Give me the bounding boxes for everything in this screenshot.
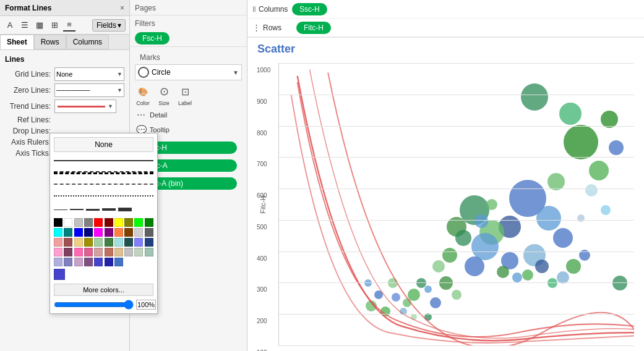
line-style-dash2[interactable] bbox=[54, 179, 153, 189]
color-swatch[interactable] bbox=[94, 238, 103, 247]
scatter-bubble bbox=[465, 256, 484, 276]
dash-line-preview-2 bbox=[54, 184, 153, 185]
color-swatch[interactable] bbox=[124, 248, 133, 256]
axis-rulers-label: Axis Rulers: bbox=[5, 138, 54, 146]
trend-lines-preview[interactable]: ▼ bbox=[54, 99, 116, 113]
thickness-3[interactable] bbox=[86, 205, 100, 214]
tab-sheet[interactable]: Sheet bbox=[0, 35, 34, 49]
color-swatch[interactable] bbox=[74, 228, 83, 237]
color-swatch[interactable] bbox=[145, 238, 153, 247]
tab-rows[interactable]: Rows bbox=[34, 35, 66, 49]
scatter-bubble bbox=[547, 173, 565, 190]
color-swatch[interactable] bbox=[64, 258, 72, 266]
color-swatch[interactable] bbox=[54, 258, 62, 266]
color-swatch[interactable] bbox=[84, 238, 93, 247]
filter-fsc-h[interactable]: Fsc-H bbox=[135, 32, 170, 44]
scatter-bubble bbox=[380, 307, 390, 316]
fields-button[interactable]: Fields ▾ bbox=[92, 19, 126, 32]
color-swatch[interactable] bbox=[64, 248, 72, 256]
rows-value-pill[interactable]: Fitc-H bbox=[296, 22, 331, 34]
rows-icon: ⋮ bbox=[252, 23, 260, 32]
y-tick-label: 700 bbox=[257, 161, 267, 167]
color-swatch[interactable] bbox=[105, 248, 113, 256]
scatter-bubble bbox=[374, 290, 383, 299]
color-swatch[interactable] bbox=[124, 218, 133, 227]
mark-btn-label[interactable]: ⊡ Label bbox=[177, 84, 193, 106]
color-swatch[interactable] bbox=[64, 228, 72, 237]
color-swatch[interactable] bbox=[74, 218, 83, 227]
color-swatch[interactable] bbox=[84, 218, 93, 227]
size-btn-icon: ⊙ bbox=[156, 84, 172, 99]
color-swatch[interactable] bbox=[54, 248, 62, 256]
tab-columns[interactable]: Columns bbox=[66, 35, 109, 49]
color-swatch[interactable] bbox=[105, 238, 113, 247]
color-swatch[interactable] bbox=[114, 238, 123, 247]
color-swatch[interactable] bbox=[124, 238, 133, 247]
color-swatch[interactable] bbox=[54, 228, 62, 237]
thickness-1[interactable] bbox=[54, 205, 67, 214]
chart-area: Fitc-H 1000900800700600500400300200100 bbox=[247, 58, 644, 351]
chart-panel: ⫴ Columns Ssc-H ⋮ Rows Fitc-H Scatter Fi… bbox=[247, 0, 644, 351]
columns-value-pill[interactable]: Ssc-H bbox=[292, 3, 327, 15]
close-icon[interactable]: × bbox=[120, 4, 124, 12]
thickness-5[interactable] bbox=[118, 205, 132, 214]
color-swatch[interactable] bbox=[94, 258, 103, 266]
thickness-2-preview bbox=[70, 209, 84, 210]
color-swatch[interactable] bbox=[94, 218, 103, 227]
marks-type-label: Circle bbox=[152, 68, 230, 77]
zero-lines-select[interactable]: ─────── bbox=[54, 83, 124, 97]
color-swatch[interactable] bbox=[105, 228, 113, 237]
row-lines-icon[interactable]: ☰ bbox=[19, 19, 31, 32]
trend-lines-arrow: ▼ bbox=[108, 103, 113, 109]
grid-line bbox=[279, 188, 634, 189]
color-swatch[interactable] bbox=[94, 248, 103, 256]
color-swatch[interactable] bbox=[105, 258, 113, 266]
shading-icon[interactable]: ▦ bbox=[33, 19, 46, 32]
color-swatch[interactable] bbox=[105, 218, 113, 227]
line-style-dash1[interactable] bbox=[54, 167, 153, 177]
color-swatch[interactable] bbox=[114, 258, 123, 266]
color-none-option[interactable]: None bbox=[54, 137, 153, 152]
mark-btn-detail[interactable]: ⋯ Detail bbox=[135, 109, 242, 121]
mark-btn-size[interactable]: ⊙ Size bbox=[156, 84, 172, 106]
color-swatch[interactable] bbox=[134, 248, 143, 256]
color-swatch[interactable] bbox=[114, 248, 123, 256]
color-swatch[interactable] bbox=[54, 238, 62, 247]
color-swatch[interactable] bbox=[74, 238, 83, 247]
color-swatch[interactable] bbox=[114, 218, 123, 227]
grid-lines-select[interactable]: None bbox=[54, 67, 124, 81]
color-swatch[interactable] bbox=[84, 228, 93, 237]
table-icon[interactable]: ⊞ bbox=[48, 19, 61, 32]
color-swatch[interactable] bbox=[54, 218, 62, 227]
color-swatch[interactable] bbox=[74, 248, 83, 256]
color-swatch[interactable] bbox=[134, 228, 143, 237]
color-swatch[interactable] bbox=[74, 258, 83, 266]
color-swatch[interactable] bbox=[145, 218, 153, 227]
line-thickness-row bbox=[54, 205, 153, 214]
thickness-2[interactable] bbox=[70, 205, 84, 214]
color-swatch[interactable] bbox=[114, 228, 123, 237]
color-swatch[interactable] bbox=[94, 228, 103, 237]
color-swatch[interactable] bbox=[84, 248, 93, 256]
lines-icon[interactable]: ≡ bbox=[63, 19, 75, 32]
scatter-bubble bbox=[559, 103, 582, 125]
line-style-solid[interactable] bbox=[54, 156, 153, 166]
scatter-bubble bbox=[547, 278, 557, 288]
marks-type-row[interactable]: Circle ▼ bbox=[135, 64, 242, 80]
color-swatch[interactable] bbox=[134, 218, 143, 227]
mark-btn-color[interactable]: 🎨 Color bbox=[135, 84, 151, 106]
color-swatch[interactable] bbox=[124, 228, 133, 237]
custom-color-swatch[interactable] bbox=[54, 269, 65, 280]
color-swatch[interactable] bbox=[64, 218, 72, 227]
line-style-dot[interactable] bbox=[54, 191, 153, 201]
grid-line bbox=[279, 314, 634, 315]
color-swatch[interactable] bbox=[145, 228, 153, 237]
color-swatch[interactable] bbox=[84, 258, 93, 266]
opacity-slider[interactable] bbox=[54, 300, 134, 309]
color-swatch[interactable] bbox=[64, 238, 72, 247]
color-swatch[interactable] bbox=[145, 248, 153, 256]
text-format-icon[interactable]: A bbox=[4, 19, 16, 32]
more-colors-button[interactable]: More colors... bbox=[54, 284, 153, 296]
color-swatch[interactable] bbox=[134, 238, 143, 247]
thickness-4[interactable] bbox=[102, 205, 116, 214]
